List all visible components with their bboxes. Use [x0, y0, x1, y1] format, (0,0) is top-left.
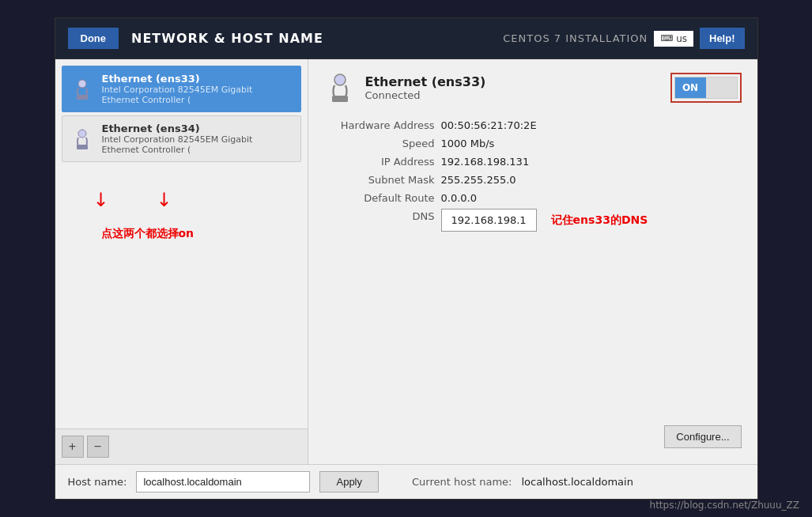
ip-address-label: IP Address — [324, 154, 435, 169]
hardware-address-label: Hardware Address — [324, 118, 435, 133]
device-name: Ethernet (ens33) — [365, 74, 486, 89]
watermark: https://blog.csdn.net/Zhuuu_ZZ — [650, 500, 799, 511]
header: Done NETWORK & HOST NAME CENTOS 7 INSTAL… — [55, 18, 757, 59]
svg-rect-1 — [77, 95, 88, 100]
keyboard-icon: ⌨ — [660, 33, 673, 43]
svg-point-4 — [334, 74, 346, 85]
current-hostname-label: Current host name: — [412, 476, 512, 488]
arrow-left: ↓ — [93, 189, 109, 211]
default-route-value: 0.0.0.0 — [441, 191, 742, 206]
toggle-switch[interactable]: ON — [674, 77, 738, 99]
speed-value: 1000 Mb/s — [441, 136, 742, 151]
remove-device-button[interactable]: − — [87, 436, 109, 458]
device-info: Ethernet (ens33) Connected — [324, 72, 486, 104]
subnet-mask-value: 255.255.255.0 — [441, 172, 742, 187]
right-panel: Ethernet (ens33) Connected ON Hardware A… — [308, 59, 757, 464]
network-list: Ethernet (ens33) Intel Corporation 82545… — [55, 59, 308, 428]
device-header: Ethernet (ens33) Connected ON — [324, 72, 742, 104]
toggle-container: ON — [670, 73, 742, 103]
page-title: NETWORK & HOST NAME — [131, 31, 323, 46]
ens33-desc: Intel Corporation 82545EM Gigabit Ethern… — [102, 85, 293, 105]
centos-title: CENTOS 7 INSTALLATION — [503, 32, 648, 44]
ethernet-icon-ens33 — [70, 77, 94, 101]
ethernet-icon-ens34 — [70, 127, 94, 151]
done-button[interactable]: Done — [68, 28, 119, 49]
annotation-area: ↓ ↓ 点这两个都选择on — [62, 165, 301, 249]
ens33-info: Ethernet (ens33) Intel Corporation 82545… — [102, 73, 293, 105]
dns-label: DNS — [324, 209, 435, 232]
dns-box: 192.168.198.1 — [441, 209, 537, 232]
list-controls: + − — [55, 428, 308, 464]
annotation-text: 点这两个都选择on — [101, 227, 293, 241]
current-hostname-value: localhost.localdomain — [521, 476, 633, 488]
network-item-ens34[interactable]: Ethernet (ens34) Intel Corporation 82545… — [62, 115, 301, 162]
speed-label: Speed — [324, 136, 435, 151]
svg-rect-5 — [332, 96, 348, 102]
apply-button[interactable]: Apply — [319, 471, 379, 492]
header-left: Done NETWORK & HOST NAME — [68, 28, 323, 49]
svg-point-0 — [78, 80, 86, 88]
keyboard-input[interactable]: ⌨ us — [654, 31, 693, 47]
dns-row: 192.168.198.1 记住ens33的DNS — [441, 209, 742, 232]
device-status: Connected — [365, 89, 486, 101]
network-item-ens33[interactable]: Ethernet (ens33) Intel Corporation 82545… — [62, 66, 301, 112]
dns-annotation: 记住ens33的DNS — [551, 213, 648, 228]
svg-rect-3 — [77, 145, 88, 149]
subnet-mask-label: Subnet Mask — [324, 172, 435, 187]
hostname-input[interactable] — [136, 471, 310, 492]
device-ethernet-icon — [324, 72, 356, 104]
device-text: Ethernet (ens33) Connected — [365, 74, 486, 101]
add-device-button[interactable]: + — [62, 436, 84, 458]
ip-address-value: 192.168.198.131 — [441, 154, 742, 169]
hardware-address-value: 00:50:56:21:70:2E — [441, 118, 742, 133]
ens34-name: Ethernet (ens34) — [102, 123, 293, 134]
ens33-name: Ethernet (ens33) — [102, 73, 293, 85]
keyboard-lang: us — [676, 33, 687, 44]
help-button[interactable]: Help! — [700, 28, 745, 49]
ens34-desc: Intel Corporation 82545EM Gigabit Ethern… — [102, 134, 293, 155]
arrow-right: ↓ — [157, 189, 172, 211]
toggle-off-label — [706, 77, 737, 98]
main-content: Ethernet (ens33) Intel Corporation 82545… — [55, 59, 757, 464]
toggle-on-label: ON — [675, 77, 706, 98]
header-right: CENTOS 7 INSTALLATION ⌨ us Help! — [503, 28, 744, 49]
arrows-row: ↓ ↓ — [93, 189, 293, 211]
left-panel: Ethernet (ens33) Intel Corporation 82545… — [55, 59, 308, 464]
ens34-info: Ethernet (ens34) Intel Corporation 82545… — [102, 123, 293, 155]
footer: Host name: Apply Current host name: loca… — [55, 464, 757, 499]
svg-point-2 — [78, 130, 86, 138]
hostname-label: Host name: — [68, 476, 127, 488]
info-table: Hardware Address 00:50:56:21:70:2E Speed… — [324, 118, 742, 232]
configure-button[interactable]: Configure... — [664, 425, 741, 448]
default-route-label: Default Route — [324, 191, 435, 206]
